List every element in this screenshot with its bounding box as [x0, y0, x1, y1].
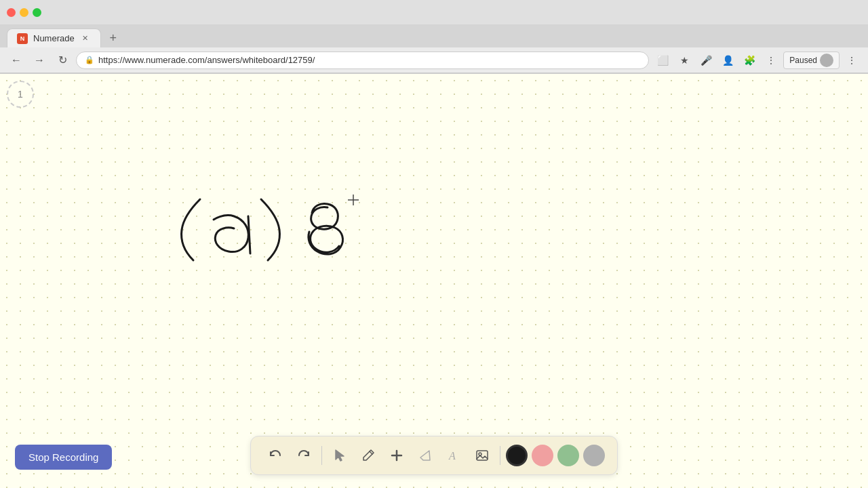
- svg-line-2: [370, 451, 372, 454]
- whiteboard-canvas[interactable]: 1 Stop Recording: [0, 74, 868, 488]
- toolbar-container: A: [250, 436, 618, 475]
- color-green-button[interactable]: [557, 445, 579, 466]
- window-maximize-button[interactable]: [33, 8, 41, 17]
- nav-bar: ← → ↻ 🔒 https://www.numerade.com/answers…: [0, 47, 868, 73]
- color-gray-button[interactable]: [583, 445, 605, 466]
- toolbar-divider-2: [500, 446, 500, 465]
- window-controls: [7, 8, 41, 17]
- svg-rect-6: [477, 451, 488, 460]
- settings-icon[interactable]: ⋮: [762, 51, 781, 70]
- nav-right: ⬜ ★ 🎤 👤 🧩 ⋮ Paused ⋮: [653, 51, 861, 70]
- tab-close-button[interactable]: ✕: [80, 33, 91, 44]
- forward-button[interactable]: →: [30, 51, 49, 70]
- eraser-tool-button[interactable]: [413, 443, 437, 468]
- cast-icon[interactable]: ⬜: [653, 51, 672, 70]
- toolbar-divider-1: [321, 446, 322, 465]
- text-tool-button[interactable]: A: [441, 443, 466, 468]
- address-bar[interactable]: 🔒 https://www.numerade.com/answers/white…: [76, 52, 649, 69]
- user-avatar: [820, 54, 833, 67]
- stop-recording-button[interactable]: Stop Recording: [15, 445, 112, 470]
- paused-badge[interactable]: Paused: [783, 52, 840, 69]
- bookmark-icon[interactable]: ★: [675, 51, 694, 70]
- pen-tool-button[interactable]: [356, 443, 380, 468]
- image-tool-button[interactable]: [470, 443, 494, 468]
- handwriting-content: [0, 74, 868, 488]
- bottom-toolbar: A: [250, 436, 618, 475]
- mic-icon[interactable]: 🎤: [696, 51, 715, 70]
- select-tool-button[interactable]: [328, 443, 352, 468]
- tab-favicon: N: [17, 33, 28, 44]
- add-shape-button[interactable]: [384, 443, 409, 468]
- undo-button[interactable]: [263, 443, 288, 468]
- browser-chrome: N Numerade ✕ + ← → ↻ 🔒 https://www.numer…: [0, 0, 868, 74]
- color-pink-button[interactable]: [532, 445, 553, 466]
- page-number: 1: [18, 89, 23, 100]
- extension-icon[interactable]: 🧩: [740, 51, 759, 70]
- active-tab[interactable]: N Numerade ✕: [7, 28, 101, 47]
- url-text: https://www.numerade.com/answers/whitebo…: [98, 55, 315, 65]
- title-bar: [0, 0, 868, 24]
- more-options-button[interactable]: ⋮: [842, 51, 861, 70]
- new-tab-button[interactable]: +: [104, 28, 123, 47]
- profile-icon[interactable]: 👤: [718, 51, 737, 70]
- window-minimize-button[interactable]: [20, 8, 28, 17]
- redo-button[interactable]: [292, 443, 316, 468]
- paused-label: Paused: [789, 56, 817, 65]
- tab-title: Numerade: [33, 33, 75, 43]
- tab-bar: N Numerade ✕ +: [0, 24, 868, 47]
- window-close-button[interactable]: [7, 8, 16, 17]
- color-black-button[interactable]: [506, 445, 528, 466]
- svg-text:A: A: [448, 450, 456, 462]
- cursor-crosshair: [348, 195, 359, 205]
- page-indicator: 1: [7, 81, 34, 108]
- lock-icon: 🔒: [85, 56, 94, 64]
- back-button[interactable]: ←: [7, 51, 26, 70]
- refresh-button[interactable]: ↻: [53, 51, 72, 70]
